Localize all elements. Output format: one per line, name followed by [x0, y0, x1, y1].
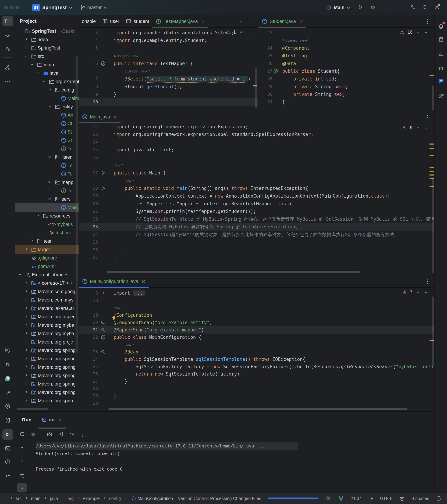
run-line-icon[interactable] — [101, 186, 106, 191]
tree-item[interactable]: External Libraries — [15, 270, 79, 279]
tab-main-java[interactable]: CMain.java× — [79, 111, 120, 123]
maven-button[interactable]: m — [436, 63, 446, 73]
code-with-me-button[interactable] — [436, 91, 446, 101]
tree-item[interactable]: java — [15, 69, 79, 77]
inlay-hint[interactable]: 1 usage new * — [125, 69, 150, 73]
tree-item[interactable]: Maven: org.aspec — [15, 313, 79, 321]
inspection-widget[interactable]: ⚠1 — [226, 29, 252, 35]
tree-item[interactable]: CTe — [15, 161, 79, 170]
tree-item[interactable]: SpringTest~/Deskt — [15, 27, 79, 35]
project-widget[interactable]: ST SpringTest — [32, 4, 73, 11]
more-tools-button[interactable]: ⋯ — [2, 76, 13, 87]
close-tab-icon[interactable]: × — [58, 417, 62, 423]
inlay-hint[interactable]: new * — [114, 163, 123, 167]
coverage-button[interactable] — [69, 431, 75, 438]
tree-item[interactable]: SpringTest — [15, 44, 79, 52]
tree-item[interactable]: CMainConfiguration — [15, 94, 79, 103]
tab-onsole[interactable]: onsole — [79, 15, 99, 27]
code-with-me-button[interactable] — [410, 4, 415, 11]
vertical-scrollbar[interactable] — [432, 85, 434, 110]
plugin-owl-tool-button[interactable] — [2, 373, 13, 384]
editor-options-icon[interactable]: ⋮ — [425, 114, 430, 120]
breadcrumb-item[interactable]: config — [109, 496, 121, 501]
breadcrumb-item[interactable]: java — [50, 496, 58, 501]
line-separator-widget[interactable]: LF — [368, 496, 373, 501]
tree-item[interactable]: org.example — [15, 77, 79, 86]
build-tool-button[interactable] — [2, 387, 13, 398]
profiler-tool-button[interactable] — [2, 401, 13, 412]
rerun-button[interactable] — [19, 431, 25, 438]
tree-item[interactable]: ⊘.gitignore — [15, 254, 79, 262]
readonly-toggle-icon[interactable] — [436, 495, 442, 501]
tree-item[interactable]: ITe — [15, 187, 79, 195]
horizontal-scrollbar[interactable] — [108, 408, 408, 410]
search-everywhere-button[interactable] — [422, 4, 428, 11]
warning-stripe-mark[interactable] — [430, 144, 434, 144]
inspection-widget[interactable]: ⚠16 — [400, 29, 429, 35]
tree-item[interactable]: Maven: org.proje — [15, 338, 79, 346]
tree-item[interactable]: .idea — [15, 35, 79, 44]
tree-item[interactable]: Maven: com.goog — [15, 287, 79, 296]
mybatis-mapper-icon[interactable] — [100, 61, 106, 67]
tree-item[interactable]: CSt — [15, 128, 79, 136]
vertical-scrollbar[interactable] — [432, 178, 434, 273]
tree-item[interactable]: Maven: org.spring — [15, 346, 79, 355]
tab-student[interactable]: student — [122, 15, 152, 27]
tree-item[interactable]: < corretto-17 >/ — [15, 279, 79, 287]
inlay-hint[interactable]: 4 usages new * — [114, 54, 141, 58]
database-tool-button[interactable] — [2, 345, 13, 355]
inspection-widget[interactable]: ⚠7 — [402, 289, 429, 295]
vertical-scrollbar[interactable] — [255, 68, 258, 108]
console-output[interactable]: /Users/eve/Library/Java/JavaVirtualMachi… — [28, 441, 434, 492]
window-controls[interactable] — [4, 6, 21, 9]
database-button[interactable] — [436, 35, 446, 44]
tab-testmapper-java[interactable]: ITestMapper.java× — [152, 15, 208, 27]
stop-button[interactable] — [30, 432, 36, 437]
tree-item[interactable]: CMain — [15, 203, 79, 212]
warning-stripe-mark[interactable] — [430, 171, 434, 172]
breadcrumb-item[interactable]: src — [16, 496, 21, 501]
run-button[interactable] — [357, 4, 363, 11]
commit-tool-button[interactable] — [2, 30, 13, 41]
inlay-hint[interactable]: new * — [125, 342, 134, 347]
tree-item[interactable]: Maven: org.spring — [15, 371, 79, 380]
mybatis-mapper-icon[interactable] — [273, 68, 279, 74]
tree-item[interactable]: Maven: org.myba — [15, 329, 79, 338]
editor-options-icon[interactable]: ⋮ — [248, 18, 254, 24]
tree-item[interactable]: CAn — [15, 111, 79, 119]
warning-stripe-mark[interactable] — [430, 148, 434, 149]
tree-item[interactable]: Maven: org.spring — [15, 380, 79, 388]
tree-item[interactable]: target — [15, 245, 79, 254]
zoom-window-button[interactable] — [15, 6, 19, 9]
version-control-tool-button[interactable] — [2, 471, 13, 481]
inlay-hint[interactable]: 7 usages new * — [282, 38, 309, 42]
warning-stripe-mark[interactable] — [430, 175, 434, 176]
tree-item[interactable]: Maven: org.spring — [15, 388, 79, 396]
scroll-to-end-button[interactable] — [17, 483, 27, 492]
inspection-widget[interactable]: ⚠9 — [402, 125, 429, 130]
mybatis-mapper-icon[interactable] — [100, 334, 106, 340]
tree-item[interactable]: resources — [15, 212, 79, 220]
indent-widget[interactable]: 4 spaces — [412, 496, 429, 501]
cancel-progress-icon[interactable] — [325, 495, 331, 502]
tree-vertical-scrollbar[interactable] — [76, 56, 78, 353]
tree-item[interactable]: Maven: org.spring — [15, 363, 79, 371]
tree-item[interactable]: Maven: com.mys — [15, 296, 79, 304]
run-configuration-widget[interactable]: Main — [326, 5, 351, 10]
project-panel-header[interactable]: Project — [15, 15, 79, 27]
tab-mainconfiguration-java[interactable]: CMainConfiguration.java× — [79, 275, 149, 287]
tree-item[interactable]: ITe — [15, 144, 79, 153]
tree-item[interactable]: config — [15, 86, 79, 94]
tree-item[interactable]: Maven: jakarta.ar — [15, 304, 79, 313]
tree-item[interactable]: entity — [15, 103, 79, 111]
debug-tool-button[interactable] — [2, 359, 13, 370]
horizontal-scrollbar[interactable] — [107, 271, 360, 273]
tree-horizontal-scrollbar[interactable] — [17, 408, 48, 410]
soft-wrap-button[interactable] — [17, 471, 27, 481]
vertical-scrollbar[interactable] — [432, 296, 434, 366]
run-tab-main[interactable]: Main× — [38, 412, 65, 428]
close-tab-icon[interactable]: × — [201, 18, 205, 24]
breadcrumb-item[interactable]: main — [31, 496, 40, 501]
close-window-button[interactable] — [4, 6, 8, 9]
vcs-widget[interactable]: master — [80, 4, 108, 11]
